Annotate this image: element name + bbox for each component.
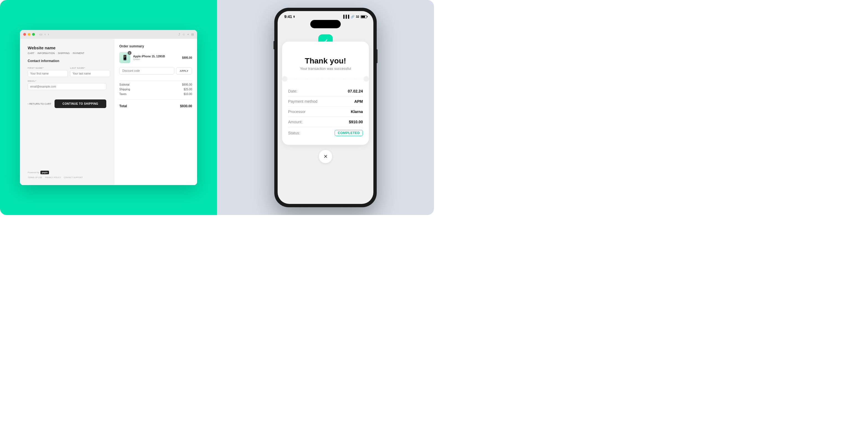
powered-by: Powered by paytx — [28, 162, 106, 174]
total-label: Total — [119, 104, 127, 108]
processor-label: Processor — [288, 110, 306, 114]
phone-frame: 9:41 ⬆ ▐▐▐ 🔗 32 — [274, 8, 377, 207]
total-value: $930.00 — [180, 104, 192, 108]
thank-you-title: Thank you! — [288, 57, 363, 65]
status-time: 9:41 ⬆ — [284, 15, 295, 19]
divider-1 — [119, 81, 192, 81]
checkout-form: Website name CART › INFORMATION › SHIPPI… — [20, 39, 114, 185]
checkout-actions: ‹ RETURN TO CART CONTINUE TO SHIPPING — [28, 99, 106, 108]
right-panel: 9:41 ⬆ ▐▐▐ 🔗 32 — [217, 0, 434, 215]
last-name-input[interactable] — [70, 70, 110, 77]
battery-icon — [361, 15, 367, 18]
time-display: 9:41 — [284, 15, 292, 19]
phone-screen: 9:41 ⬆ ▐▐▐ 🔗 32 — [278, 11, 373, 204]
return-cart-label: RETURN TO CART — [29, 103, 51, 105]
subtotal-label: Subtotal — [119, 83, 129, 86]
amount-value: $910.00 — [349, 120, 363, 124]
bookmark-icon[interactable]: ☆ — [182, 33, 185, 36]
tear-dot-left — [282, 76, 287, 82]
powered-by-label: Powered by — [28, 171, 39, 174]
product-quantity-badge: 1 — [128, 51, 131, 55]
apply-discount-button[interactable]: APPLY — [176, 67, 192, 75]
status-badge: COMPLETED — [335, 130, 363, 136]
tear-dot-right — [364, 76, 369, 82]
dynamic-island — [310, 20, 341, 28]
share-icon[interactable]: ⤴ — [179, 33, 180, 36]
privacy-link[interactable]: PRIVACY POLICY — [45, 176, 61, 178]
total-row: Total $930.00 — [119, 104, 192, 108]
back-arrow-icon: ‹ — [28, 103, 29, 105]
browser-window: ▭ ‹ › ⤴ ☆ + ⊟ Website name CART › INFORM… — [20, 30, 197, 185]
back-icon[interactable]: ‹ — [44, 32, 46, 36]
shipping-value: $25.00 — [184, 88, 192, 91]
sidebar-icon[interactable]: ⊟ — [191, 33, 194, 36]
close-icon: ✕ — [323, 153, 328, 160]
first-name-input[interactable] — [28, 70, 68, 77]
status-label: Status: — [288, 131, 300, 135]
product-name: Apple iPhone 15, 128GB — [133, 55, 179, 58]
product-row: 📱 1 Apple iPhone 15, 128GB Green $895.00 — [119, 52, 192, 63]
product-image-wrap: 📱 1 — [119, 52, 130, 63]
divider-2 — [119, 99, 192, 100]
status-bar: 9:41 ⬆ ▐▐▐ 🔗 32 — [278, 11, 373, 20]
last-name-label: LAST NAME* — [70, 67, 110, 69]
expand-traffic-light[interactable] — [32, 33, 35, 36]
order-summary: Order summary 📱 1 Apple iPhone 15, 128GB… — [114, 39, 197, 185]
close-button[interactable]: ✕ — [319, 150, 332, 163]
status-row: Status: COMPLETED — [288, 127, 363, 139]
first-name-label: FIRST NAME* — [28, 67, 68, 69]
amount-row: Amount: $910.00 — [288, 117, 363, 127]
email-label: EMAIL* — [28, 80, 106, 82]
website-name: Website name — [28, 46, 106, 50]
close-traffic-light[interactable] — [23, 33, 26, 36]
wifi-icon: 🔗 — [351, 15, 354, 19]
close-btn-wrap: ✕ — [319, 150, 332, 163]
email-group: EMAIL* — [28, 80, 106, 90]
processor-row: Processor Klarna — [288, 107, 363, 117]
footer-links: TERMS OF USE PRIVACY POLICY CONTACT SUPP… — [28, 176, 106, 178]
breadcrumb-payment[interactable]: PAYMENT — [73, 52, 85, 55]
browser-titlebar: ▭ ‹ › ⤴ ☆ + ⊟ — [20, 30, 197, 39]
tear-dashes — [287, 79, 364, 79]
minimize-traffic-light[interactable] — [28, 33, 30, 36]
transaction-subtitle: Your transaction was successful — [288, 66, 363, 70]
shipping-label: Shipping — [119, 88, 130, 91]
taxes-label: Taxes — [119, 92, 126, 95]
terms-link[interactable]: TERMS OF USE — [28, 176, 42, 178]
left-panel: ▭ ‹ › ⤴ ☆ + ⊟ Website name CART › INFORM… — [0, 0, 217, 215]
breadcrumb-information[interactable]: INFORMATION — [37, 52, 55, 55]
status-icons: ▐▐▐ 🔗 32 — [342, 15, 367, 19]
shipping-row: Shipping $25.00 — [119, 88, 192, 91]
payment-method-label: Payment method — [288, 99, 317, 104]
payment-method-value: APM — [354, 99, 363, 104]
continue-to-shipping-button[interactable]: CONTINUE TO SHIPPING — [55, 99, 106, 108]
nav-rect-icon: ▭ — [39, 32, 42, 36]
contact-link[interactable]: CONTACT SUPPORT — [64, 176, 83, 178]
plus-icon[interactable]: + — [187, 33, 189, 36]
subtotal-value: $895.00 — [182, 83, 192, 86]
browser-content: Website name CART › INFORMATION › SHIPPI… — [20, 39, 197, 185]
battery-tip — [367, 16, 368, 18]
breadcrumb-shipping[interactable]: SHIPPING — [58, 52, 70, 55]
date-value: 07.02.24 — [348, 89, 363, 93]
browser-nav: ▭ ‹ › — [39, 32, 49, 36]
taxes-row: Taxes $10.00 — [119, 92, 192, 95]
breadcrumb-cart[interactable]: CART — [28, 52, 34, 55]
first-name-group: FIRST NAME* — [28, 67, 68, 77]
breadcrumb: CART › INFORMATION › SHIPPING › PAYMENT — [28, 52, 106, 55]
product-variant: Green — [133, 58, 179, 61]
return-to-cart-button[interactable]: ‹ RETURN TO CART — [28, 103, 51, 105]
date-row: Date: 07.02.24 — [288, 86, 363, 96]
signal-icon: ▐▐▐ — [342, 15, 349, 19]
product-info: Apple iPhone 15, 128GB Green — [133, 55, 179, 61]
phone-content: ✓ Thank you! Your transaction was succes… — [278, 30, 373, 204]
battery-number: 32 — [356, 15, 359, 18]
forward-icon[interactable]: › — [48, 32, 49, 36]
name-row: FIRST NAME* LAST NAME* — [28, 67, 106, 77]
discount-input[interactable] — [119, 67, 175, 75]
email-input[interactable] — [28, 83, 106, 90]
contact-section-title: Contact information — [28, 59, 106, 63]
tear-line — [282, 76, 369, 82]
processor-value: Klarna — [351, 110, 363, 114]
paytx-logo: paytx — [40, 171, 49, 174]
